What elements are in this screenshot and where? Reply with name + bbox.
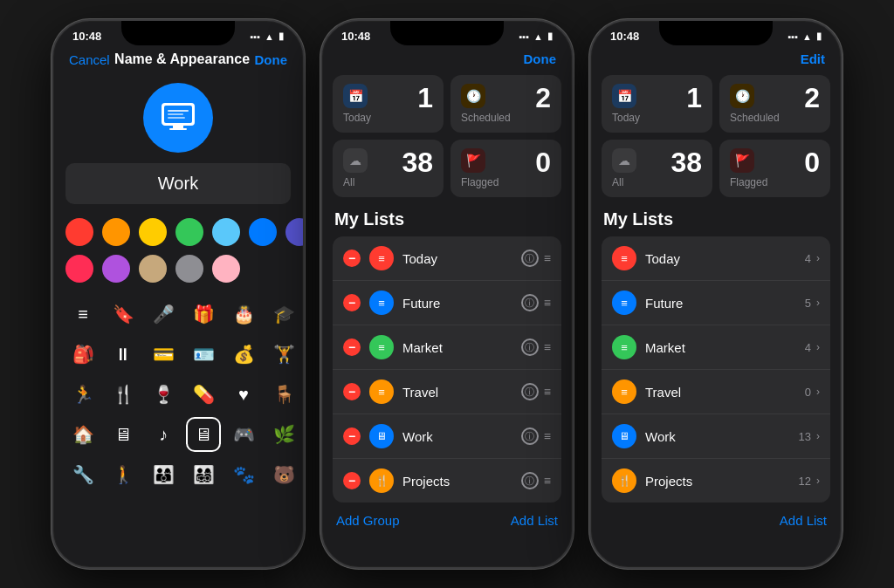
color-red[interactable] [65, 218, 93, 246]
icon-gift[interactable]: 🎁 [186, 297, 221, 332]
icon-monitor[interactable]: 🖥 [106, 417, 141, 452]
list-item-work-3[interactable]: 🖥 Work 13 › [602, 414, 830, 459]
today-info-2[interactable]: ⓘ [521, 250, 539, 267]
icon-paw[interactable]: 🐾 [226, 457, 261, 492]
add-list-button-2[interactable]: Add List [511, 513, 558, 528]
color-purple[interactable] [102, 255, 130, 283]
cancel-button[interactable]: Cancel [69, 52, 110, 67]
list-item-work-2[interactable]: − 🖥 Work ⓘ ≡ [333, 414, 561, 459]
work-info-2[interactable]: ⓘ [521, 427, 539, 445]
icon-leaf[interactable]: 🌿 [266, 417, 301, 452]
stat-flagged-2[interactable]: 🚩 0 Flagged [450, 140, 561, 197]
icon-list[interactable]: ≡ [65, 297, 100, 332]
color-orange[interactable] [102, 218, 130, 246]
stat-flagged-3[interactable]: 🚩 0 Flagged [719, 140, 830, 197]
icon-pause[interactable]: ⏸ [106, 337, 141, 372]
icon-game[interactable]: 🎮 [226, 417, 261, 452]
color-tan[interactable] [139, 255, 167, 283]
list-item-travel-2[interactable]: − ≡ Travel ⓘ ≡ [333, 370, 561, 414]
name-input[interactable]: Work [65, 163, 291, 204]
color-gray[interactable] [175, 255, 203, 283]
icon-fitness[interactable]: 🏋 [266, 337, 301, 372]
today-icon-wrap-2: ≡ [369, 246, 394, 270]
icon-grad[interactable]: 🎓 [266, 297, 301, 332]
stat-all-2[interactable]: ☁ 38 All [333, 140, 444, 197]
list-item-market-2[interactable]: − ≡ Market ⓘ ≡ [333, 325, 561, 370]
stat-today-2[interactable]: 📅 1 Today [333, 75, 444, 133]
icon-wine[interactable]: 🍷 [146, 377, 181, 412]
stat-today-3[interactable]: 📅 1 Today [602, 75, 712, 133]
icon-money[interactable]: 💰 [226, 337, 261, 372]
icon-family2[interactable]: 👨‍👩‍👧‍👦 [186, 457, 221, 492]
minus-travel-2[interactable]: − [343, 383, 361, 400]
color-green[interactable] [175, 218, 203, 246]
icon-food[interactable]: 🍴 [106, 377, 141, 412]
color-blue[interactable] [249, 218, 277, 246]
icon-chair[interactable]: 🪑 [266, 377, 301, 412]
icon-person[interactable]: 🚶 [106, 457, 141, 492]
icon-health[interactable]: ♥ [226, 377, 261, 412]
icon-bear[interactable]: 🐻 [266, 457, 301, 492]
icon-family[interactable]: 👨‍👩‍👦 [146, 457, 181, 492]
stat-all-3[interactable]: ☁ 38 All [602, 140, 712, 197]
travel-right-3: 0 › [805, 386, 820, 399]
icon-home[interactable]: 🏠 [65, 417, 100, 452]
list-item-today-3[interactable]: ≡ Today 4 › [602, 236, 830, 281]
flagged-icon-3: 🚩 [730, 148, 754, 173]
minus-future-2[interactable]: − [343, 294, 361, 311]
minus-work-2[interactable]: − [343, 427, 361, 445]
list-item-travel-3[interactable]: ≡ Travel 0 › [602, 370, 830, 414]
today-icon-3: 📅 [612, 84, 636, 108]
list-item-projects-2[interactable]: − 🍴 Projects ⓘ ≡ [333, 459, 561, 503]
stat-scheduled-3[interactable]: 🕐 2 Scheduled [719, 75, 830, 133]
icon-mic[interactable]: 🎤 [146, 297, 181, 332]
icon-cake[interactable]: 🎂 [226, 297, 261, 332]
icon-card2[interactable]: 🪪 [186, 337, 221, 372]
icon-pill[interactable]: 💊 [186, 377, 221, 412]
icon-bookmark[interactable]: 🔖 [106, 297, 141, 332]
icon-music[interactable]: ♪ [146, 417, 181, 452]
future-info-2[interactable]: ⓘ [521, 294, 539, 311]
list-item-today-2[interactable]: − ≡ Today ⓘ ≡ [333, 236, 561, 281]
projects-info-2[interactable]: ⓘ [521, 472, 539, 489]
add-list-button-3[interactable]: Add List [780, 513, 827, 528]
icon-computer-selected[interactable]: 🖥 [186, 417, 221, 452]
icon-run[interactable]: 🏃 [65, 377, 100, 412]
work-drag-2[interactable]: ≡ [544, 429, 551, 443]
color-lightblue[interactable] [212, 218, 240, 246]
future-drag-2[interactable]: ≡ [544, 296, 551, 310]
edit-button[interactable]: Edit [801, 51, 825, 66]
scheduled-icon-3: 🕐 [730, 84, 754, 108]
market-info-2[interactable]: ⓘ [521, 338, 539, 356]
list-item-future-2[interactable]: − ≡ Future ⓘ ≡ [333, 281, 561, 325]
travel-info-2[interactable]: ⓘ [521, 383, 539, 400]
add-group-button[interactable]: Add Group [336, 513, 400, 528]
projects-drag-2[interactable]: ≡ [544, 474, 551, 488]
list-item-projects-3[interactable]: 🍴 Projects 12 › [602, 459, 830, 503]
today-drag-2[interactable]: ≡ [544, 251, 551, 265]
travel-icon-wrap-3: ≡ [612, 379, 636, 404]
color-indigo[interactable] [285, 218, 303, 246]
color-pink[interactable] [65, 255, 93, 283]
list-container-3: ≡ Today 4 › ≡ Future 5 › ≡ Market 4 [602, 236, 830, 503]
list-item-future-3[interactable]: ≡ Future 5 › [602, 281, 830, 325]
icon-bag[interactable]: 🎒 [65, 337, 100, 372]
icon-wrench[interactable]: 🔧 [65, 457, 100, 492]
market-drag-2[interactable]: ≡ [544, 340, 551, 354]
list-icon-circle[interactable] [143, 83, 213, 153]
scheduled-icon-2: 🕐 [461, 84, 485, 108]
minus-market-2[interactable]: − [343, 338, 361, 356]
time-2: 10:48 [341, 30, 370, 43]
color-lightpink[interactable] [212, 255, 240, 283]
screen-3: 10:48 ▪▪▪ ▲ ▮ Edit 📅 1 Today 🕐 2 [591, 21, 841, 567]
travel-drag-2[interactable]: ≡ [544, 385, 551, 399]
done-button[interactable]: Done [254, 52, 287, 67]
list-item-market-3[interactable]: ≡ Market 4 › [602, 325, 830, 370]
stat-scheduled-2[interactable]: 🕐 2 Scheduled [450, 75, 561, 133]
minus-today-2[interactable]: − [343, 250, 361, 267]
minus-projects-2[interactable]: − [343, 472, 361, 489]
notch-1 [121, 21, 235, 45]
icon-card[interactable]: 💳 [146, 337, 181, 372]
color-yellow[interactable] [139, 218, 167, 246]
done-button-2[interactable]: Done [524, 51, 557, 66]
